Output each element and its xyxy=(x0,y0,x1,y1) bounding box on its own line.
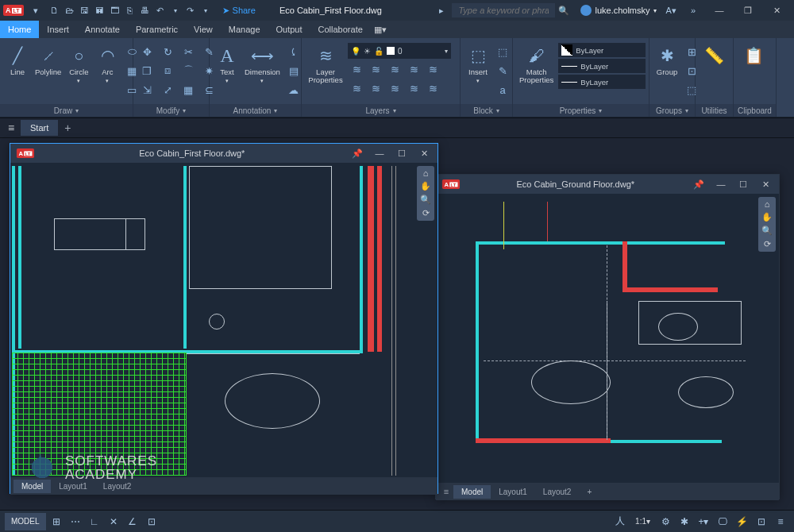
window2-maximize[interactable]: ☐ xyxy=(734,176,752,192)
tool-match-properties[interactable]: 🖌Match Properties xyxy=(518,43,555,87)
layer-off-icon[interactable]: ≋ xyxy=(348,60,365,78)
tool-polyline[interactable]: ⟋Polyline xyxy=(33,43,63,78)
window2-tab-layout2[interactable]: Layout2 xyxy=(535,485,580,499)
user-account[interactable]: luke.cholmsky ▾ xyxy=(580,5,656,16)
status-polar-icon[interactable]: ✕ xyxy=(105,513,122,530)
window2-tab-model[interactable]: Model xyxy=(453,485,491,499)
window2-titlebar[interactable]: ALT Eco Cabin_Ground Floor.dwg* 📌 — ☐ ✕ xyxy=(436,175,779,194)
save-icon[interactable]: 🖫 xyxy=(78,3,92,17)
new-icon[interactable]: 🗋 xyxy=(48,3,62,17)
window1-navbar[interactable]: ⌂✋🔍⟳ xyxy=(417,166,434,221)
status-gear-icon[interactable]: ⚙ xyxy=(657,513,674,530)
status-hardware-icon[interactable]: ⚡ xyxy=(733,513,751,530)
array-icon[interactable]: ▦ xyxy=(179,81,197,98)
tool-line[interactable]: ╱Line xyxy=(5,43,30,78)
orbit-icon[interactable]: ⟳ xyxy=(764,239,771,249)
window1-pin-icon[interactable]: 📌 xyxy=(349,145,366,161)
move-icon[interactable]: ✥ xyxy=(138,43,156,60)
status-grid-icon[interactable]: ⊞ xyxy=(48,513,65,530)
window2-tab-add[interactable]: + xyxy=(579,485,599,499)
web-open-icon[interactable]: 🗔 xyxy=(108,3,122,17)
window1-maximize[interactable]: ☐ xyxy=(393,145,410,161)
window2-close[interactable]: ✕ xyxy=(757,176,774,192)
tool-layer-properties[interactable]: ≋Layer Properties xyxy=(306,43,345,87)
tab-manage[interactable]: Manage xyxy=(221,21,268,38)
status-osnap-icon[interactable]: ⊡ xyxy=(143,513,160,530)
cloud-icon[interactable]: ☁ xyxy=(285,81,303,98)
tool-utilities[interactable]: 📏 xyxy=(700,43,728,68)
share-button[interactable]: ➤Share xyxy=(218,4,260,17)
home-icon[interactable]: ⌂ xyxy=(423,168,429,178)
create-block-icon[interactable]: ⬚ xyxy=(494,43,511,60)
layer-uniso-icon[interactable]: ≋ xyxy=(405,79,422,97)
open-icon[interactable]: 🗁 xyxy=(63,3,77,17)
search-input[interactable] xyxy=(452,3,555,17)
window2-minimize[interactable]: — xyxy=(712,176,730,192)
window1-minimize[interactable]: — xyxy=(371,145,388,161)
tool-arc[interactable]: ◠Arc▾ xyxy=(94,43,120,86)
status-custom-icon[interactable]: ≡ xyxy=(772,513,789,530)
autodesk-app-icon[interactable]: A▾ xyxy=(661,6,681,16)
edit-block-icon[interactable]: ✎ xyxy=(494,62,511,79)
window1-tab-model[interactable]: Model xyxy=(13,480,51,493)
layer-unlock-icon[interactable]: ≋ xyxy=(386,79,403,97)
minimize-button[interactable]: — xyxy=(705,1,734,20)
stretch-icon[interactable]: ⇲ xyxy=(138,81,156,98)
zoom-icon[interactable]: 🔍 xyxy=(420,195,431,205)
trim-icon[interactable]: ✂ xyxy=(179,43,197,60)
tab-home[interactable]: Home xyxy=(0,21,39,38)
close-button[interactable]: ✕ xyxy=(762,1,791,20)
drawing-window-1[interactable]: ALT Eco Cabin_First Floor.dwg* 📌 — ☐ ✕ xyxy=(10,143,438,494)
window1-tab-layout2[interactable]: Layout2 xyxy=(95,480,140,493)
leader-icon[interactable]: ⤹ xyxy=(285,43,303,60)
layer-lock-icon[interactable]: ≋ xyxy=(386,60,403,78)
tab-parametric[interactable]: Parametric xyxy=(128,21,186,38)
lineweight-combo[interactable]: ByLayer xyxy=(558,59,646,73)
fillet-icon[interactable]: ⌒ xyxy=(179,62,197,79)
search-arrow-icon[interactable]: ▸ xyxy=(434,6,449,16)
search-icon[interactable]: 🔍 xyxy=(558,6,569,16)
layer-on-icon[interactable]: ≋ xyxy=(348,79,365,97)
tool-group[interactable]: ✱Group xyxy=(654,43,680,78)
tab-view[interactable]: View xyxy=(186,21,221,38)
tool-insert-block[interactable]: ⬚Insert▾ xyxy=(465,43,491,86)
window1-close[interactable]: ✕ xyxy=(415,145,433,161)
layer-make-icon[interactable]: ≋ xyxy=(424,60,441,78)
layer-iso-icon[interactable]: ≋ xyxy=(405,60,422,78)
drawing-window-2[interactable]: ALT Eco Cabin_Ground Floor.dwg* 📌 — ☐ ✕ xyxy=(435,174,780,499)
rotate-icon[interactable]: ↻ xyxy=(159,43,176,60)
filetab-add[interactable]: + xyxy=(60,121,75,134)
layer-thaw-icon[interactable]: ≋ xyxy=(367,79,384,97)
mirror-icon[interactable]: ⧈ xyxy=(159,62,176,79)
overflow-icon[interactable]: » xyxy=(686,6,700,15)
window2-tabmenu-icon[interactable]: ≡ xyxy=(439,487,453,496)
restore-button[interactable]: ❐ xyxy=(734,1,762,20)
window1-tab-layout1[interactable]: Layout1 xyxy=(51,480,95,493)
saveas-icon[interactable]: 🖬 xyxy=(93,3,107,17)
qat-dropdown[interactable]: ▾ xyxy=(29,3,43,17)
scale-icon[interactable]: ⤢ xyxy=(159,81,176,98)
tab-output[interactable]: Output xyxy=(268,21,310,38)
web-save-icon[interactable]: ⎘ xyxy=(123,3,137,17)
window2-pin-icon[interactable]: 📌 xyxy=(690,176,707,192)
tool-clipboard[interactable]: 📋 xyxy=(738,43,769,68)
status-model-toggle[interactable]: MODEL xyxy=(5,513,46,530)
tab-featured-apps[interactable]: ▦▾ xyxy=(371,21,390,38)
tool-dimension[interactable]: ⟷Dimension▾ xyxy=(243,43,282,86)
status-monitor-icon[interactable]: 🖵 xyxy=(714,513,731,530)
current-layer-combo[interactable]: 💡☀🔓0▾ xyxy=(348,43,451,59)
tab-insert[interactable]: Insert xyxy=(39,21,77,38)
home-icon[interactable]: ⌂ xyxy=(765,199,770,209)
status-ortho-icon[interactable]: ∟ xyxy=(86,513,103,530)
window2-tab-layout1[interactable]: Layout1 xyxy=(491,485,535,499)
window2-navbar[interactable]: ⌂✋🔍⟳ xyxy=(758,197,776,252)
status-snap-icon[interactable]: ⋯ xyxy=(67,513,84,530)
plot-icon[interactable]: 🖶 xyxy=(138,3,152,17)
status-anno-icon[interactable]: 人 xyxy=(611,513,629,530)
undo-icon[interactable]: ↶ xyxy=(153,3,168,17)
window2-canvas[interactable]: ⌂✋🔍⟳ xyxy=(436,194,779,483)
tool-text[interactable]: AText▾ xyxy=(214,43,240,86)
linetype-combo[interactable]: ByLayer xyxy=(558,75,646,89)
layer-freeze-icon[interactable]: ≋ xyxy=(367,60,384,78)
status-annovis-icon[interactable]: ✱ xyxy=(676,513,693,530)
